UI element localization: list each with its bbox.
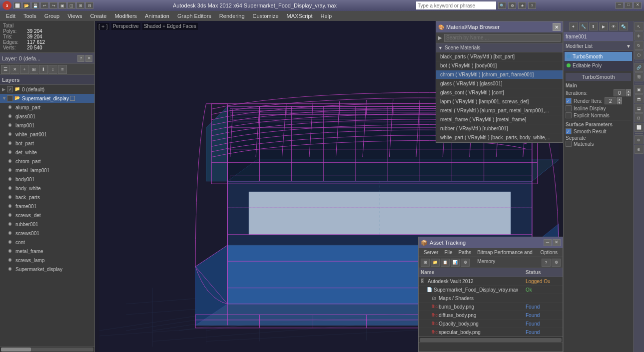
asset-menu-bitmap[interactable]: Bitmap Performance and Memory [474,248,537,257]
layer-item-supermarket-display2[interactable]: ◉ Supermarket_display [0,265,94,274]
layer-item-cont[interactable]: ◉ cont [0,238,94,247]
layer-item-glass001[interactable]: ◉ glass001 [0,112,94,121]
asset-settings-button[interactable]: ⚙ [552,259,561,267]
rt-btn-modify[interactable]: 🔧 [579,22,588,30]
rt-btn-hierarchy[interactable]: ⬆ [589,22,598,30]
menu-customize[interactable]: Customize [249,11,283,21]
t2-icon[interactable]: ◫ [67,2,75,9]
asset-btn-5[interactable]: ⚙ [461,259,470,267]
layer-item-back-parts[interactable]: ◉ back_parts [0,193,94,202]
layers-help-button[interactable]: ? [77,55,84,62]
asset-item-bump[interactable]: fhc bump_body.png Found [419,303,563,311]
asset-menu-server[interactable]: Server [421,248,441,257]
new-icon[interactable]: ⬜ [13,2,21,9]
layer-check-default[interactable]: ✓ [7,86,13,92]
rv-move-button[interactable]: ✛ [635,31,644,40]
viewport[interactable]: [ + ] Perspective Shaded + Edged Faces 🎨… [95,21,563,352]
layer-item-det-white[interactable]: ◉ det_white [0,148,94,157]
layer-item-supermarket-display[interactable]: ▼ 📂 Supermarket_display [0,94,94,103]
rv-snap2-button[interactable]: ⊗ [635,145,644,154]
layers-addsel-button[interactable]: ⊞ [29,65,38,74]
layer-item-metal-frame[interactable]: ◉ metal_frame [0,247,94,256]
layer-item-alump[interactable]: ◉ alump_part [0,103,94,112]
layer-item-default[interactable]: ▶ ✓ 📁 0 (default) [0,85,94,94]
menu-maxscript[interactable]: MAXScript [283,11,317,21]
mat-item-metal-frame[interactable]: metal_frame ( VRayMtl ) [metal_frame] [436,115,563,124]
layers-options-button[interactable]: ≡ [58,65,67,74]
menu-animation[interactable]: Animation [141,11,173,21]
ts-isoline-checkbox[interactable] [566,105,572,111]
rv-bind-button[interactable]: ⛓ [635,72,644,81]
bookmark-icon[interactable]: ★ [518,2,526,9]
ts-materials-checkbox[interactable] [566,141,572,147]
save-icon[interactable]: 💾 [31,2,39,9]
t3-icon[interactable]: ⊞ [76,2,84,9]
rv-render5-button[interactable]: ⬜ [635,123,644,132]
layers-menu-button[interactable]: ☰ [1,65,10,74]
layer-item-white-part001[interactable]: ◉ white_part001 [0,130,94,139]
ts-render-iters-up[interactable]: ▲ [617,97,622,101]
ts-iterations-down[interactable]: ▼ [626,93,631,96]
layers-list[interactable]: ▶ ✓ 📁 0 (default) ▼ 📂 Supermarket_displa… [0,85,94,346]
asset-hscroll-track[interactable] [420,338,562,342]
layer-item-frame001[interactable]: ◉ frame001 [0,202,94,211]
layer-check-super[interactable] [7,95,13,101]
rv-render2-button[interactable]: ⬒ [635,94,644,103]
asset-close-button[interactable]: ✕ [553,239,561,246]
menu-rendering[interactable]: Rendering [215,11,249,21]
menu-edit[interactable]: Edit [2,11,19,21]
mat-item-white-part[interactable]: white_part ( VRayMtl ) [back_parts, body… [436,133,563,142]
undo-icon[interactable]: ↩ [40,2,48,9]
mat-item-rubber[interactable]: rubber ( VRayMtl ) [rubber001] [436,124,563,133]
asset-menu-file[interactable]: File [441,248,455,257]
asset-item-maxfile[interactable]: 📄 Supermarket_Food_Display_vray.max Ok [419,286,563,294]
asset-menu-paths[interactable]: Paths [456,248,475,257]
layer-item-body001[interactable]: ◉ body001 [0,175,94,184]
mat-item-black-parts[interactable]: black_parts ( VRayMtl ) [bot_part] [436,52,563,61]
rv-link-button[interactable]: 🔗 [635,63,644,72]
layers-close-button[interactable]: ✕ [85,55,92,62]
modifier-turbosmooth[interactable]: TurboSmooth [565,52,632,61]
asset-item-specular[interactable]: fhc specular_body.png Found [419,328,563,337]
ts-render-iters-checkbox[interactable]: ✓ [566,98,572,104]
close-button[interactable]: ✕ [634,2,642,9]
menu-graph-editors[interactable]: Graph Editors [173,11,215,21]
minimize-button[interactable]: ─ [616,2,624,9]
asset-item-diffuse[interactable]: fhc diffuse_body.png Found [419,311,563,320]
asset-item-maps[interactable]: 🗂 Maps / Shaders [419,294,563,303]
material-browser-close-button[interactable]: ✕ [553,23,561,31]
layer-item-screws001[interactable]: ◉ screws001 [0,229,94,238]
rv-rotate-button[interactable]: ↻ [635,41,644,50]
modifier-editable-poly[interactable]: Editable Poly [565,61,632,70]
mat-item-glass[interactable]: glass ( VRayMtl ) [glass001] [436,79,563,88]
layer-item-chrom-part[interactable]: ◉ chrom_part [0,157,94,166]
asset-scrollbar[interactable] [419,337,563,343]
menu-create[interactable]: Create [86,11,110,21]
material-search-input[interactable] [444,34,561,42]
help-icon[interactable]: ? [528,2,536,9]
redo-icon[interactable]: ↪ [49,2,57,9]
layers-move-button[interactable]: ↕ [48,65,57,74]
layer-item-lamp001[interactable]: ◉ lamp001 [0,121,94,130]
ts-iterations-up[interactable]: ▲ [626,89,631,93]
layer-item-body-white[interactable]: ◉ body_white [0,184,94,193]
modifier-list-header[interactable]: Modifier List ▼ [564,41,633,51]
layer-item-metal-lamp001[interactable]: ◉ metal_lamp001 [0,166,94,175]
mat-item-metal[interactable]: metal ( VRayMtl ) [alump_part, metal_lam… [436,106,563,115]
layer-item-screws-lamp[interactable]: ◉ screws_lamp [0,256,94,265]
mat-item-bot[interactable]: bot ( VRayMtl ) [body001] [436,61,563,70]
rv-render4-button[interactable]: ⊡ [635,113,644,122]
layer-item-bot-part[interactable]: ◉ bot_part [0,139,94,148]
asset-btn-2[interactable]: 📁 [431,259,440,267]
menu-help[interactable]: Help [317,11,336,21]
layers-hscroll-thumb[interactable] [1,348,31,352]
menu-modifiers[interactable]: Modifiers [110,11,141,21]
menu-group[interactable]: Group [40,11,64,21]
menu-views[interactable]: Views [63,11,86,21]
t1-icon[interactable]: ▣ [58,2,66,9]
material-search-arrow[interactable]: ▶ [438,35,442,40]
rt-btn-create[interactable]: ✦ [569,22,578,30]
keyword-search-input[interactable] [416,1,496,9]
asset-btn-4[interactable]: 📊 [451,259,460,267]
asset-help-button[interactable]: ? [542,259,551,267]
